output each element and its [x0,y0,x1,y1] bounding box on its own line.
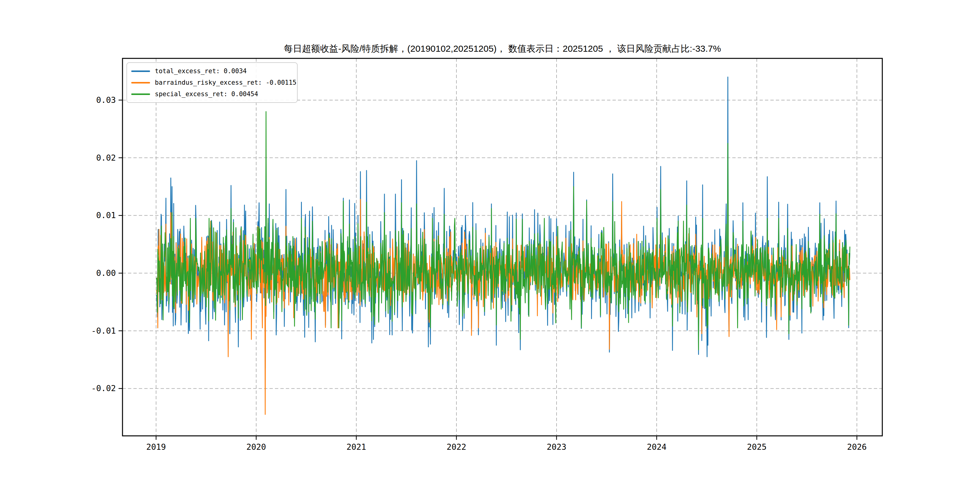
x-tick-label: 2019 [146,442,166,452]
series-lines [157,77,850,415]
figure: 每日超额收益-风险/特质拆解，(20190102,20251205)， 数值表示… [0,0,980,490]
legend-swatch-special-excess-ret [131,94,150,95]
series-line-barraindus_risky_excess_ret [157,199,850,414]
y-tick-label: 0.02 [96,153,116,162]
legend-swatch-barraindus-risky-excess-ret [131,82,150,83]
y-tick-label: 0.00 [96,268,116,278]
legend-row-barraindus-risky-excess-ret: barraindus_risky_excess_ret: -0.00115 [131,79,293,86]
y-tick-label: -0.01 [91,326,116,336]
x-tick-label: 2025 [747,442,767,452]
series-line-total_excess_ret [157,77,850,368]
y-tick-label: 0.01 [96,210,116,220]
legend-swatch-total-excess-ret [131,70,150,72]
legend-label-barraindus-risky-excess-ret: barraindus_risky_excess_ret: -0.00115 [155,79,296,86]
series-line-special_excess_ret [157,111,850,350]
legend-label-special-excess-ret: special_excess_ret: 0.00454 [155,91,258,98]
x-tick-label: 2026 [847,442,867,452]
y-tick-label: 0.03 [96,95,116,105]
x-tick-label: 2022 [447,442,466,452]
legend: total_excess_ret: 0.0034 barraindus_risk… [126,62,298,103]
y-tick-label: -0.02 [91,383,116,393]
legend-row-total-excess-ret: total_excess_ret: 0.0034 [131,67,293,75]
legend-row-special-excess-ret: special_excess_ret: 0.00454 [131,91,293,98]
x-tick-label: 2021 [346,442,366,452]
x-tick-label: 2023 [547,442,566,452]
legend-label-total-excess-ret: total_excess_ret: 0.0034 [155,67,247,75]
x-tick-label: 2020 [246,442,266,452]
x-tick-label: 2024 [647,442,667,452]
